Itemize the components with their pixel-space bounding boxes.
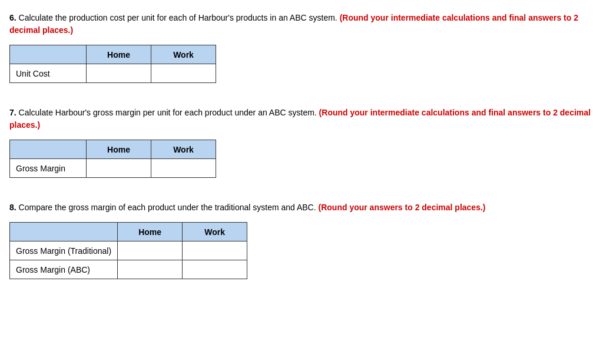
q6-col-work: Work bbox=[151, 45, 216, 64]
table-row: Gross Margin bbox=[10, 159, 216, 178]
q7-row-label: Gross Margin bbox=[10, 159, 87, 178]
q6-col-home: Home bbox=[87, 45, 151, 64]
q7-table: Home Work Gross Margin bbox=[9, 140, 216, 178]
q6-body: Calculate the production cost per unit f… bbox=[19, 13, 337, 22]
q7-body: Calculate Harbour's gross margin per uni… bbox=[19, 108, 317, 117]
q8-row1-label: Gross Margin (Traditional) bbox=[10, 241, 118, 260]
q7-col-empty bbox=[10, 140, 87, 159]
question-6: 6. Calculate the production cost per uni… bbox=[9, 12, 594, 83]
q7-header-row: Home Work bbox=[10, 140, 216, 159]
question-8: 8. Compare the gross margin of each prod… bbox=[9, 201, 594, 279]
q8-row1-home-input[interactable] bbox=[118, 241, 183, 260]
q6-row-label: Unit Cost bbox=[10, 64, 87, 83]
table-row: Gross Margin (Traditional) bbox=[10, 241, 247, 260]
q8-col-home: Home bbox=[118, 223, 183, 241]
q8-text: 8. Compare the gross margin of each prod… bbox=[9, 201, 594, 214]
q8-row1-work-input[interactable] bbox=[183, 241, 247, 260]
q6-home-input[interactable] bbox=[87, 64, 151, 83]
q8-row2-label: Gross Margin (ABC) bbox=[10, 260, 118, 279]
q8-table: Home Work Gross Margin (Traditional) Gro… bbox=[9, 222, 247, 279]
q8-body: Compare the gross margin of each product… bbox=[19, 203, 316, 212]
q8-header-row: Home Work bbox=[10, 223, 247, 241]
q6-work-input[interactable] bbox=[151, 64, 216, 83]
q8-col-work: Work bbox=[183, 223, 247, 241]
q7-text: 7. Calculate Harbour's gross margin per … bbox=[9, 107, 594, 131]
question-7: 7. Calculate Harbour's gross margin per … bbox=[9, 107, 594, 178]
q6-table: Home Work Unit Cost bbox=[9, 45, 216, 83]
q7-work-input[interactable] bbox=[151, 159, 216, 178]
table-row: Unit Cost bbox=[10, 64, 216, 83]
q7-col-work: Work bbox=[151, 140, 216, 159]
q6-col-empty bbox=[10, 45, 87, 64]
q8-col-empty bbox=[10, 223, 118, 241]
q6-number: 6. bbox=[9, 13, 16, 22]
q8-number: 8. bbox=[9, 203, 16, 212]
q8-row2-home-input[interactable] bbox=[118, 260, 183, 279]
q6-header-row: Home Work bbox=[10, 45, 216, 64]
q6-text: 6. Calculate the production cost per uni… bbox=[9, 12, 594, 37]
q8-instruction: (Round your answers to 2 decimal places.… bbox=[319, 203, 486, 212]
q8-row2-work-input[interactable] bbox=[183, 260, 247, 279]
table-row: Gross Margin (ABC) bbox=[10, 260, 247, 279]
q7-home-input[interactable] bbox=[87, 159, 151, 178]
q7-number: 7. bbox=[9, 108, 16, 117]
q7-col-home: Home bbox=[87, 140, 151, 159]
